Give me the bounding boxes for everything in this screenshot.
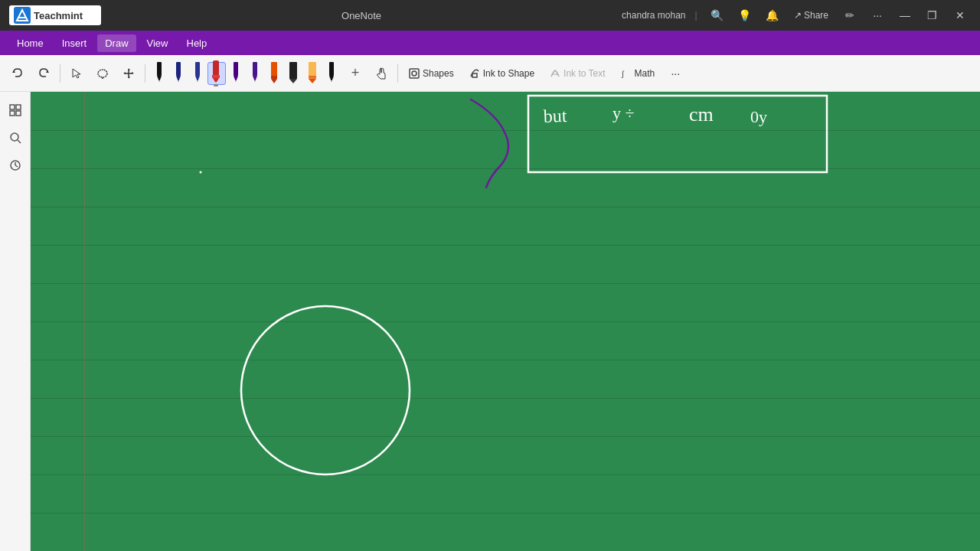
pen-darkblue[interactable]: [169, 62, 188, 85]
svg-point-64: [200, 171, 202, 174]
menu-bar: Home Insert Draw View Help: [0, 31, 980, 55]
select-tool[interactable]: [65, 62, 88, 85]
search-icon[interactable]: 🔍: [707, 5, 728, 26]
more-options-icon[interactable]: ···: [867, 5, 888, 26]
svg-marker-37: [289, 79, 297, 83]
svg-text:0y: 0y: [750, 107, 767, 126]
math-button[interactable]: ∫ Math: [615, 62, 662, 85]
svg-marker-35: [271, 79, 277, 83]
sidebar-search-icon[interactable]: [3, 126, 28, 150]
share-button[interactable]: ↗ Share: [789, 5, 833, 26]
svg-marker-15: [158, 80, 160, 83]
shapes-button[interactable]: Shapes: [403, 62, 460, 85]
ink-to-text-button[interactable]: Ink to Text: [544, 62, 611, 85]
pen-red[interactable]: [207, 62, 226, 85]
menu-insert[interactable]: Insert: [54, 34, 95, 52]
ink-to-shape-label: Ink to Shape: [483, 68, 534, 79]
svg-text:∫: ∫: [621, 70, 625, 78]
svg-text:but: but: [543, 106, 567, 126]
svg-marker-21: [197, 80, 198, 83]
lightbulb-icon[interactable]: 💡: [734, 5, 756, 26]
svg-rect-36: [289, 62, 297, 79]
svg-rect-46: [472, 73, 477, 77]
window-title: OneNote: [341, 10, 381, 21]
toolbar: + Shapes Ink to Shape Ink to Text ∫ Math…: [0, 55, 980, 92]
app-logo-text: Teachmint: [34, 10, 83, 21]
notification-icon[interactable]: 🔔: [762, 5, 783, 26]
pen-darkpurple[interactable]: [246, 62, 264, 85]
svg-rect-50: [16, 105, 21, 109]
drawing-svg: but y ÷ cm 0y: [31, 92, 980, 551]
more-options-button[interactable]: ···: [664, 62, 687, 85]
svg-rect-30: [253, 62, 257, 76]
move-tool[interactable]: [117, 62, 140, 85]
svg-marker-32: [254, 80, 256, 83]
svg-point-45: [412, 71, 416, 76]
pen-purple[interactable]: [227, 62, 245, 85]
svg-marker-43: [331, 80, 332, 83]
close-button[interactable]: ✕: [949, 5, 971, 26]
lasso-tool[interactable]: [91, 62, 114, 85]
svg-rect-34: [271, 76, 277, 79]
svg-rect-52: [16, 111, 21, 116]
sidebar: [0, 92, 31, 551]
svg-line-54: [18, 140, 21, 143]
math-label: Math: [635, 68, 655, 79]
pen-navy[interactable]: [188, 62, 207, 85]
sidebar-recent-icon[interactable]: [3, 153, 28, 178]
svg-rect-44: [410, 69, 419, 78]
canvas-area[interactable]: but y ÷ cm 0y: [31, 92, 980, 551]
app-logo: Teachmint: [9, 5, 101, 25]
svg-rect-27: [234, 62, 238, 76]
menu-home[interactable]: Home: [9, 34, 51, 52]
touch-tool[interactable]: [370, 62, 393, 85]
pen-amber-highlighter[interactable]: [303, 62, 322, 85]
svg-rect-49: [10, 105, 15, 109]
title-bar-right: chandra mohan | 🔍 💡 🔔 ↗ Share ✏ ··· — ❐ …: [622, 5, 971, 26]
svg-text:y ÷: y ÷: [612, 103, 635, 122]
menu-draw[interactable]: Draw: [97, 34, 136, 52]
maximize-button[interactable]: ❐: [922, 5, 943, 26]
svg-marker-18: [178, 80, 179, 83]
title-bar-left: Teachmint: [9, 5, 101, 25]
separator-3: [397, 64, 398, 83]
redo-button[interactable]: [32, 62, 55, 85]
menu-help[interactable]: Help: [179, 34, 215, 52]
svg-rect-22: [213, 60, 219, 76]
svg-rect-51: [10, 111, 15, 116]
svg-rect-38: [309, 62, 316, 77]
svg-marker-29: [235, 80, 237, 83]
sidebar-sections-icon[interactable]: [3, 98, 28, 122]
title-bar-controls: 🔍 💡 🔔 ↗ Share ✏ ··· — ❐ ✕: [707, 5, 971, 26]
pen-highlighter-yellow[interactable]: [265, 62, 283, 85]
svg-point-53: [11, 133, 18, 141]
pen-black[interactable]: [150, 62, 168, 85]
svg-marker-4: [46, 70, 49, 73]
undo-button[interactable]: [6, 62, 29, 85]
svg-point-5: [98, 70, 107, 77]
teachmint-logo-icon: [14, 7, 31, 24]
svg-point-63: [241, 306, 410, 474]
ink-to-text-label: Ink to Text: [564, 68, 605, 79]
separator-2: [145, 64, 145, 83]
svg-rect-41: [329, 62, 334, 76]
add-pen-button[interactable]: +: [344, 62, 367, 85]
svg-marker-25: [215, 82, 217, 84]
ink-to-shape-button[interactable]: Ink to Shape: [463, 62, 541, 85]
svg-rect-13: [157, 62, 162, 76]
svg-rect-23: [212, 75, 220, 78]
svg-text:cm: cm: [689, 103, 714, 126]
pen-dark-marker[interactable]: [284, 62, 302, 85]
shapes-label: Shapes: [423, 68, 454, 79]
svg-rect-19: [195, 62, 200, 76]
svg-rect-26: [214, 84, 218, 86]
menu-view[interactable]: View: [139, 34, 176, 52]
draw-icon[interactable]: ✏: [839, 5, 861, 26]
separator-1: [60, 64, 60, 83]
svg-marker-3: [12, 70, 15, 73]
pen-black-2[interactable]: [322, 62, 341, 85]
svg-rect-16: [176, 62, 181, 76]
minimize-button[interactable]: —: [894, 5, 916, 26]
title-bar: Teachmint OneNote chandra mohan | 🔍 💡 🔔 …: [0, 0, 980, 31]
svg-line-57: [15, 165, 18, 167]
